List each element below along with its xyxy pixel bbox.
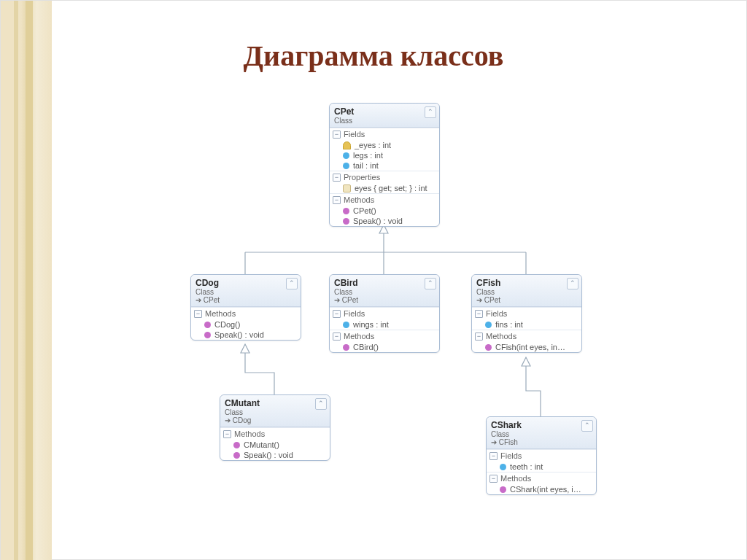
- member-item[interactable]: legs : int: [330, 150, 439, 160]
- method-icon: [204, 322, 211, 328]
- method-icon: [343, 344, 349, 351]
- key-icon: [343, 141, 351, 149]
- class-stereotype: Class: [476, 288, 577, 296]
- section-label: Fields: [500, 451, 522, 460]
- inherits-label: ➔ CDog: [225, 416, 325, 424]
- section-title[interactable]: − Methods: [487, 472, 596, 484]
- method-icon: [233, 442, 240, 448]
- member-text: _eyes : int: [355, 141, 391, 149]
- section-label: Methods: [234, 429, 265, 438]
- member-item[interactable]: CDog(): [191, 319, 301, 330]
- collapse-chevron-icon[interactable]: ⌃: [315, 398, 327, 410]
- class-header[interactable]: ⌃ CFish Class➔ CPet: [472, 275, 581, 307]
- member-item[interactable]: CPet(): [330, 206, 439, 216]
- collapse-icon[interactable]: −: [194, 310, 202, 318]
- section-title[interactable]: − Methods: [191, 308, 301, 319]
- class-name: CShark: [491, 420, 592, 430]
- class-box-CBird[interactable]: ⌃ CBird Class➔ CPet − Fields wings : int…: [329, 274, 440, 353]
- section-label: Methods: [344, 195, 374, 204]
- collapse-chevron-icon[interactable]: ⌃: [425, 106, 436, 118]
- member-text: CShark(int eyes, i…: [510, 485, 581, 494]
- member-item[interactable]: teeth : int: [487, 462, 596, 472]
- member-text: Speak() : void: [214, 330, 264, 339]
- section-title[interactable]: − Methods: [220, 428, 330, 440]
- class-box-CMutant[interactable]: ⌃ CMutant Class➔ CDog − Methods CMutant(…: [220, 394, 330, 461]
- collapse-icon[interactable]: −: [333, 310, 341, 318]
- collapse-chevron-icon[interactable]: ⌃: [286, 278, 298, 289]
- field-icon: [500, 464, 506, 470]
- member-item[interactable]: wings : int: [330, 319, 439, 330]
- slide: Диаграмма классов ⌃ CPet Class − Fields …: [0, 0, 747, 560]
- member-item[interactable]: CShark(int eyes, i…: [487, 484, 596, 494]
- section-label: Methods: [500, 474, 531, 483]
- member-item[interactable]: CBird(): [330, 342, 439, 352]
- field-icon: [343, 322, 349, 328]
- collapse-icon[interactable]: −: [489, 452, 498, 460]
- section-methods: − Methods CDog() Speak() : void: [191, 307, 301, 340]
- collapse-icon[interactable]: −: [475, 310, 483, 318]
- section-fields: − Fields wings : int: [330, 307, 439, 330]
- section-title[interactable]: − Fields: [472, 308, 581, 319]
- method-icon: [233, 452, 240, 459]
- class-box-CDog[interactable]: ⌃ CDog Class➔ CPet − Methods CDog() Spea…: [190, 274, 301, 341]
- section-fields: − Fields fins : int: [472, 307, 581, 330]
- collapse-icon[interactable]: −: [333, 196, 341, 204]
- section-label: Properties: [344, 173, 380, 182]
- class-box-CShark[interactable]: ⌃ CShark Class➔ CFish − Fields teeth : i…: [486, 416, 597, 495]
- collapse-chevron-icon[interactable]: ⌃: [425, 278, 436, 289]
- diagram-canvas: ⌃ CPet Class − Fields _eyes : int legs :…: [1, 1, 746, 559]
- collapse-chevron-icon[interactable]: ⌃: [567, 278, 578, 289]
- collapse-icon[interactable]: −: [223, 430, 231, 438]
- member-item[interactable]: Speak() : void: [330, 216, 439, 226]
- class-header[interactable]: ⌃ CShark Class➔ CFish: [487, 417, 596, 449]
- class-box-CFish[interactable]: ⌃ CFish Class➔ CPet − Fields fins : int …: [471, 274, 582, 353]
- collapse-chevron-icon[interactable]: ⌃: [581, 420, 593, 432]
- section-label: Fields: [486, 309, 507, 318]
- collapse-icon[interactable]: −: [333, 174, 341, 182]
- section-label: Fields: [344, 130, 365, 139]
- field-icon: [485, 322, 492, 328]
- section-title[interactable]: − Fields: [487, 450, 596, 462]
- member-text: CPet(): [353, 206, 376, 215]
- method-icon: [500, 486, 506, 493]
- member-text: Speak() : void: [244, 451, 293, 459]
- inherits-label: ➔ CPet: [476, 296, 577, 304]
- section-title[interactable]: − Methods: [330, 330, 439, 342]
- inherits-label: ➔ CPet: [196, 296, 296, 304]
- section-title[interactable]: − Methods: [472, 330, 581, 342]
- member-text: fins : int: [495, 320, 523, 329]
- inherits-label: ➔ CPet: [334, 296, 435, 304]
- class-header[interactable]: ⌃ CMutant Class➔ CDog: [220, 395, 330, 427]
- class-header[interactable]: ⌃ CPet Class: [330, 104, 439, 128]
- member-item[interactable]: Speak() : void: [191, 330, 301, 340]
- class-stereotype: Class: [225, 408, 325, 416]
- collapse-icon[interactable]: −: [489, 475, 498, 483]
- member-item[interactable]: eyes { get; set; } : int: [330, 183, 439, 193]
- section-methods: − Methods CMutant() Speak() : void: [220, 427, 330, 460]
- collapse-icon[interactable]: −: [475, 332, 483, 341]
- section-title[interactable]: − Fields: [330, 128, 439, 140]
- member-item[interactable]: CFish(int eyes, in…: [472, 342, 581, 352]
- class-stereotype: Class: [334, 288, 435, 296]
- prop-icon: [343, 184, 351, 192]
- member-item[interactable]: Speak() : void: [220, 450, 330, 460]
- section-title[interactable]: − Fields: [330, 308, 439, 319]
- member-item[interactable]: _eyes : int: [330, 140, 439, 150]
- section-title[interactable]: − Properties: [330, 171, 439, 183]
- member-item[interactable]: CMutant(): [220, 440, 330, 450]
- member-item[interactable]: tail : int: [330, 160, 439, 171]
- member-item[interactable]: fins : int: [472, 319, 581, 330]
- member-text: tail : int: [353, 161, 379, 170]
- class-header[interactable]: ⌃ CDog Class➔ CPet: [191, 275, 301, 307]
- member-text: CMutant(): [244, 440, 279, 449]
- section-title[interactable]: − Methods: [330, 194, 439, 206]
- member-text: Speak() : void: [353, 217, 403, 225]
- class-header[interactable]: ⌃ CBird Class➔ CPet: [330, 275, 439, 307]
- member-text: CFish(int eyes, in…: [495, 343, 565, 351]
- collapse-icon[interactable]: −: [333, 131, 341, 139]
- class-box-CPet[interactable]: ⌃ CPet Class − Fields _eyes : int legs :…: [329, 103, 440, 227]
- member-text: CDog(): [214, 320, 240, 329]
- inherits-label: ➔ CFish: [491, 438, 592, 446]
- collapse-icon[interactable]: −: [333, 332, 341, 341]
- class-name: CFish: [476, 278, 577, 288]
